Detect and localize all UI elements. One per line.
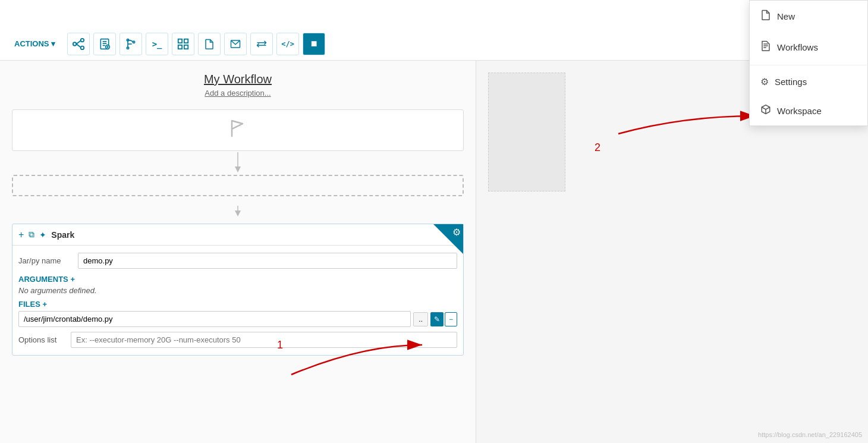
workflows-icon xyxy=(760,40,771,54)
svg-point-0 xyxy=(73,42,76,46)
svg-line-3 xyxy=(76,40,80,44)
annotation-label-1: 1 xyxy=(277,339,283,351)
svg-rect-20 xyxy=(184,45,188,48)
file-tool-icon[interactable] xyxy=(198,33,221,55)
jar-py-label: Jar/py name xyxy=(18,256,78,265)
file-row: .. ✎ − xyxy=(18,311,457,327)
files-label: FILES xyxy=(18,300,40,309)
dropdown-settings-label: Settings xyxy=(775,77,807,87)
dropdown-item-new[interactable]: New xyxy=(750,1,867,32)
dropdown-workspace-label: Workspace xyxy=(777,106,822,116)
svg-marker-25 xyxy=(235,166,241,172)
annotation-label-2: 2 xyxy=(595,142,600,154)
actions-label: ACTIONS ▾ xyxy=(14,39,55,48)
workflow-tool-icon[interactable] xyxy=(67,33,90,55)
dropdown-item-workspace[interactable]: Workspace xyxy=(750,96,867,125)
spark-header-left: + ⧉ ✦ Spark xyxy=(18,230,74,240)
options-label: Options list xyxy=(18,335,66,344)
workspace-icon xyxy=(760,104,771,117)
file-path-input[interactable] xyxy=(18,311,411,327)
files-add-button[interactable]: + xyxy=(42,300,47,309)
spark-add-icon[interactable]: + xyxy=(18,230,24,240)
terminal-tool-icon[interactable]: >_ xyxy=(146,33,168,55)
files-header[interactable]: FILES + xyxy=(18,300,457,309)
svg-rect-17 xyxy=(178,39,182,42)
grid-tool-icon[interactable] xyxy=(172,33,194,55)
settings-icon: ⚙ xyxy=(760,76,769,87)
arguments-header[interactable]: ARGUMENTS + xyxy=(18,275,457,284)
workflow-title[interactable]: My Workflow xyxy=(204,73,272,86)
svg-line-4 xyxy=(76,44,80,48)
dropdown-item-workflows[interactable]: Workflows xyxy=(750,32,867,62)
email-tool-icon[interactable] xyxy=(224,33,247,55)
drop-zone[interactable] xyxy=(12,175,464,196)
jar-py-input[interactable] xyxy=(78,253,457,269)
down-arrow-2 xyxy=(12,200,464,224)
file-browse-button[interactable]: .. xyxy=(413,312,428,326)
document-tool-icon[interactable] xyxy=(93,33,116,55)
transfer-tool-icon[interactable] xyxy=(250,33,273,55)
url-hint: https://blog.csdn.net/an_229162405 xyxy=(758,431,862,438)
svg-point-2 xyxy=(81,46,84,49)
svg-rect-18 xyxy=(184,39,188,42)
right-panel-thumbnail xyxy=(488,73,565,191)
spark-copy-icon[interactable]: ⧉ xyxy=(29,230,34,240)
spark-star-icon[interactable]: ✦ xyxy=(39,230,46,240)
stop-tool-icon[interactable]: ■ xyxy=(303,33,325,55)
spark-header: + ⧉ ✦ Spark ✕ xyxy=(12,224,463,246)
code-tool-icon[interactable]: </> xyxy=(276,33,299,55)
svg-point-14 xyxy=(127,47,128,49)
no-arguments-text: No arguments defined. xyxy=(18,286,457,295)
dropdown-menu: New Workflows ⚙ Settings Workspace xyxy=(749,0,868,126)
new-doc-icon xyxy=(760,9,771,23)
options-input[interactable] xyxy=(71,332,457,348)
options-row: Options list xyxy=(18,332,457,348)
start-block xyxy=(12,109,464,151)
gear-corner-icon: ⚙ xyxy=(452,227,461,238)
file-remove-button[interactable]: − xyxy=(445,312,457,326)
jar-py-row: Jar/py name xyxy=(18,253,457,269)
file-edit-button[interactable]: ✎ xyxy=(430,312,444,326)
dropdown-divider xyxy=(750,65,867,65)
workflow-title-area: My Workflow Add a description... xyxy=(12,73,464,98)
file-actions: ✎ − xyxy=(430,312,457,326)
arguments-label: ARGUMENTS xyxy=(18,275,68,284)
svg-point-1 xyxy=(81,38,84,42)
flag-icon xyxy=(226,116,250,145)
actions-button[interactable]: ACTIONS ▾ xyxy=(10,36,60,52)
canvas-area: My Workflow Add a description... ⚙ + ⧉ ✦… xyxy=(0,61,476,443)
toolbar: ACTIONS ▾ >_ </> ■ xyxy=(0,27,868,61)
spark-title: Spark xyxy=(51,230,74,240)
branch-tool-icon[interactable] xyxy=(119,33,142,55)
down-arrow-1 xyxy=(12,151,464,175)
spark-body: Jar/py name ARGUMENTS + No arguments def… xyxy=(12,246,463,355)
workflow-description[interactable]: Add a description... xyxy=(205,89,271,98)
spark-node: ⚙ + ⧉ ✦ Spark ✕ Jar/py name ARGUMENTS + … xyxy=(12,224,464,356)
dropdown-workflows-label: Workflows xyxy=(777,42,818,52)
arguments-add-button[interactable]: + xyxy=(70,275,75,284)
svg-rect-19 xyxy=(178,45,182,48)
dropdown-new-label: New xyxy=(777,11,795,21)
dropdown-item-settings[interactable]: ⚙ Settings xyxy=(750,68,867,96)
svg-marker-27 xyxy=(235,210,241,216)
